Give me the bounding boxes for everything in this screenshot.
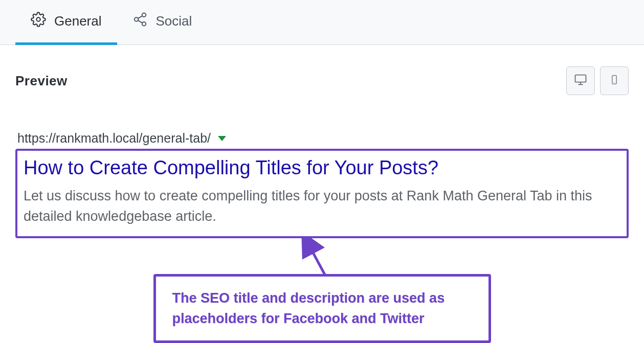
serp-description: Let us discuss how to create compelling …	[24, 186, 620, 227]
content-area: Preview	[0, 45, 644, 343]
annotation-callout: The SEO title and description are used a…	[15, 274, 629, 343]
annotation-arrow-icon	[297, 237, 333, 278]
preview-header: Preview	[15, 66, 629, 95]
tab-bar: General Social	[0, 0, 644, 45]
desktop-preview-button[interactable]	[566, 66, 595, 95]
annotation-text: The SEO title and description are used a…	[172, 288, 472, 329]
tab-general[interactable]: General	[15, 0, 117, 45]
svg-line-11	[307, 242, 325, 276]
svg-point-1	[142, 13, 146, 17]
svg-point-2	[134, 17, 138, 21]
svg-rect-6	[575, 75, 586, 82]
serp-preview-box: How to Create Compelling Titles for Your…	[15, 149, 629, 238]
svg-point-3	[142, 22, 146, 26]
gear-icon	[31, 12, 46, 31]
tab-social[interactable]: Social	[117, 0, 208, 45]
svg-line-5	[138, 16, 142, 18]
svg-line-4	[138, 20, 142, 23]
desktop-icon	[573, 73, 588, 89]
preview-url: https://rankmath.local/general-tab/	[17, 131, 211, 146]
dropdown-arrow-icon	[218, 136, 226, 141]
share-icon	[132, 12, 148, 31]
mobile-icon	[609, 72, 619, 89]
preview-url-row[interactable]: https://rankmath.local/general-tab/	[17, 131, 629, 146]
preview-label: Preview	[15, 73, 68, 89]
svg-point-0	[36, 17, 40, 21]
tab-general-label: General	[54, 13, 102, 29]
svg-point-10	[614, 82, 614, 83]
mobile-preview-button[interactable]	[600, 66, 629, 95]
device-toggles	[566, 66, 629, 95]
tab-social-label: Social	[156, 13, 192, 29]
serp-title[interactable]: How to Create Compelling Titles for Your…	[24, 156, 620, 180]
annotation-box: The SEO title and description are used a…	[153, 274, 491, 343]
